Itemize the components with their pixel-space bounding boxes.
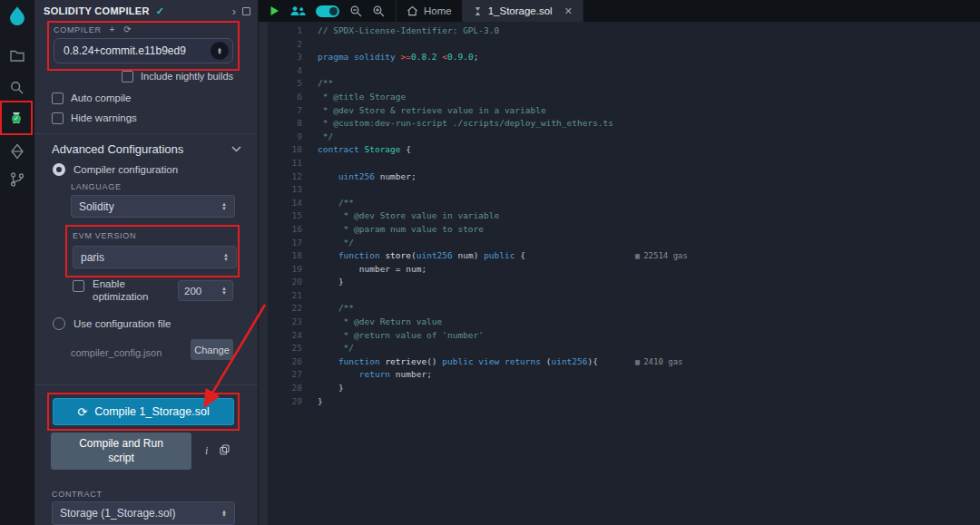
line-number: 24: [268, 329, 302, 343]
code-line-text: /**: [318, 302, 980, 316]
hide-warnings-checkbox[interactable]: [52, 112, 64, 124]
auto-compile-label: Auto compile: [71, 92, 131, 105]
line-number: 27: [268, 368, 302, 382]
code-line: 7 * @dev Store & retrieve value in a var…: [268, 104, 980, 118]
zoom-in-icon[interactable]: [372, 5, 385, 17]
hide-warnings-label: Hide warnings: [71, 112, 137, 125]
line-number: 9: [268, 131, 302, 144]
code-line: 6 * @title Storage: [268, 91, 980, 104]
code-line: 14 /**: [268, 197, 980, 210]
code-line: 21: [268, 289, 980, 303]
tab-1-storage-sol[interactable]: 1_Storage.sol ✕: [463, 0, 583, 22]
use-configuration-file-radio[interactable]: [53, 317, 65, 330]
code-line: 18 function store(uint256 num) public {▦…: [268, 249, 980, 263]
code-line-text: */: [318, 342, 980, 355]
code-line-text: // SPDX-License-Identifier: GPL-3.0: [318, 24, 980, 38]
line-number: 20: [268, 276, 302, 289]
code-line: 24 * @return value of 'number': [268, 329, 980, 343]
advanced-configurations-header[interactable]: Advanced Configurations: [52, 142, 241, 156]
solidity-compiler-icon[interactable]: ✓: [8, 110, 24, 126]
code-line-text: pragma solidity >=0.8.2 <0.9.0;: [318, 51, 980, 64]
code-line: 28 }: [268, 382, 980, 395]
code-line-text: contract Storage {: [318, 143, 980, 157]
close-tab-icon[interactable]: ✕: [564, 6, 573, 16]
gas-estimate-badge: ▦22514 gas: [635, 249, 688, 263]
popout-icon[interactable]: [242, 7, 250, 15]
code-line: 20 }: [268, 276, 980, 289]
tab-home[interactable]: Home: [397, 0, 463, 22]
gas-estimate-badge: ▦2410 gas: [635, 355, 682, 369]
editor-gutter-strip: [259, 22, 268, 525]
line-number: 11: [268, 157, 302, 170]
info-icon[interactable]: i: [205, 444, 208, 458]
language-value: Solidity: [79, 200, 114, 213]
evm-version-label: EVM VERSION: [73, 231, 235, 240]
line-number: 12: [268, 170, 302, 184]
git-icon[interactable]: [0, 171, 34, 188]
check-icon: ✓: [156, 5, 164, 17]
code-line: 23 * @dev Return value: [268, 316, 980, 329]
icon-rail: ✓: [0, 0, 34, 525]
chevron-right-icon[interactable]: ›: [232, 5, 236, 17]
reload-compiler-icon[interactable]: ⟳: [123, 25, 132, 34]
include-nightly-builds-row: Include nightly builds: [122, 71, 233, 83]
optimization-runs-input[interactable]: 200 ▲▼: [178, 280, 233, 301]
code-line: 3pragma solidity >=0.8.2 <0.9.0;: [268, 51, 980, 64]
remix-logo[interactable]: [0, 5, 34, 25]
add-compiler-icon[interactable]: +: [110, 25, 116, 34]
select-stepper-icon: ▲▼: [221, 510, 227, 518]
editor-toolbar: [259, 0, 397, 22]
code-line: 1// SPDX-License-Identifier: GPL-3.0: [268, 24, 980, 38]
language-select[interactable]: Solidity ▲▼: [71, 195, 235, 218]
search-icon[interactable]: [0, 80, 34, 96]
editor-topbar: Home 1_Storage.sol ✕: [259, 0, 980, 22]
auto-compile-row: Auto compile: [52, 92, 131, 105]
code-line-text: number = num;: [318, 263, 980, 277]
ai-copilot-toggle[interactable]: [316, 5, 339, 17]
code-line-text: /**: [318, 77, 980, 91]
ai-copilot-icon[interactable]: [289, 5, 306, 16]
line-number: 2: [268, 38, 302, 52]
code-line-text: * @param num value to store: [318, 223, 980, 237]
deploy-run-icon[interactable]: [0, 143, 34, 160]
evm-version-select[interactable]: paris ▲▼: [73, 246, 237, 268]
code-line-text: [318, 64, 980, 78]
code-line: 5/**: [268, 77, 980, 91]
copy-icon[interactable]: [220, 444, 230, 455]
code-line-text: * @dev Store value in variable: [318, 209, 980, 223]
compiler-version-select[interactable]: 0.8.24+commit.e11b9ed9 ▲▼: [54, 38, 233, 63]
line-number: 15: [268, 209, 302, 223]
code-line: 13: [268, 183, 980, 197]
chevron-down-icon: [231, 146, 241, 152]
select-stepper-icon: ▲▼: [221, 202, 227, 210]
change-config-button[interactable]: Change: [191, 339, 233, 360]
contract-select[interactable]: Storage (1_Storage.sol) ▲▼: [52, 501, 235, 525]
code-line-text: */: [318, 131, 980, 144]
toggle-knob: [329, 7, 338, 15]
optimization-runs-value: 200: [184, 286, 201, 297]
zoom-out-icon[interactable]: [349, 5, 362, 17]
auto-compile-checkbox[interactable]: [52, 92, 64, 104]
compile-and-run-button[interactable]: Compile and Run script: [51, 433, 191, 470]
line-number: 3: [268, 51, 302, 64]
code-line-text: }: [318, 395, 980, 409]
contract-value: Storage (1_Storage.sol): [60, 507, 175, 520]
hide-warnings-row: Hide warnings: [52, 112, 137, 125]
file-explorer-icon[interactable]: [0, 47, 34, 63]
compiler-configuration-radio[interactable]: [53, 163, 65, 176]
divider: [34, 384, 258, 385]
include-nightly-builds-checkbox[interactable]: [122, 71, 133, 83]
compile-button[interactable]: ⟳ Compile 1_Storage.sol: [53, 398, 234, 425]
line-number: 1: [268, 24, 302, 38]
include-nightly-builds-label: Include nightly builds: [141, 71, 233, 83]
enable-optimization-label: Enable optimization: [93, 278, 165, 304]
line-number: 23: [268, 316, 302, 329]
line-number: 26: [268, 355, 302, 369]
code-line: 8 * @custom:dev-run-script ./scripts/dep…: [268, 117, 980, 131]
enable-optimization-checkbox[interactable]: [73, 280, 84, 292]
editor-area: Home 1_Storage.sol ✕ 1// SPDX-License-Id…: [259, 0, 980, 525]
run-script-icon[interactable]: [270, 5, 279, 16]
line-number: 10: [268, 143, 302, 157]
code-line: 22 /**: [268, 302, 980, 316]
code-content[interactable]: 1// SPDX-License-Identifier: GPL-3.023pr…: [268, 22, 980, 525]
